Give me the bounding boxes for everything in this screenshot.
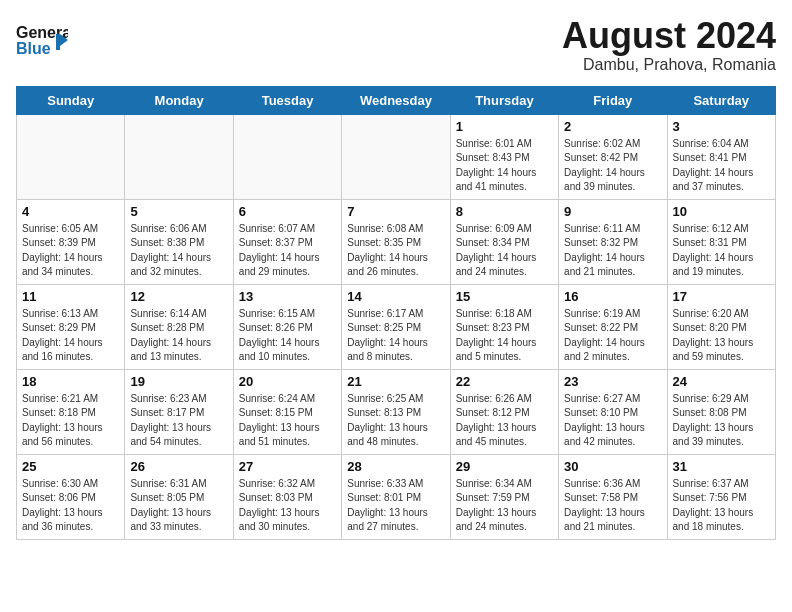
day-number: 22: [456, 374, 553, 389]
day-info: Sunrise: 6:13 AM Sunset: 8:29 PM Dayligh…: [22, 307, 119, 365]
day-number: 8: [456, 204, 553, 219]
calendar-cell: 3Sunrise: 6:04 AM Sunset: 8:41 PM Daylig…: [667, 114, 775, 199]
day-info: Sunrise: 6:27 AM Sunset: 8:10 PM Dayligh…: [564, 392, 661, 450]
calendar-cell: 20Sunrise: 6:24 AM Sunset: 8:15 PM Dayli…: [233, 369, 341, 454]
calendar-cell: 2Sunrise: 6:02 AM Sunset: 8:42 PM Daylig…: [559, 114, 667, 199]
day-number: 28: [347, 459, 444, 474]
day-info: Sunrise: 6:20 AM Sunset: 8:20 PM Dayligh…: [673, 307, 770, 365]
day-number: 1: [456, 119, 553, 134]
calendar-cell: 8Sunrise: 6:09 AM Sunset: 8:34 PM Daylig…: [450, 199, 558, 284]
day-info: Sunrise: 6:37 AM Sunset: 7:56 PM Dayligh…: [673, 477, 770, 535]
day-info: Sunrise: 6:19 AM Sunset: 8:22 PM Dayligh…: [564, 307, 661, 365]
calendar-week-row: 1Sunrise: 6:01 AM Sunset: 8:43 PM Daylig…: [17, 114, 776, 199]
calendar-cell: 13Sunrise: 6:15 AM Sunset: 8:26 PM Dayli…: [233, 284, 341, 369]
day-info: Sunrise: 6:29 AM Sunset: 8:08 PM Dayligh…: [673, 392, 770, 450]
day-info: Sunrise: 6:04 AM Sunset: 8:41 PM Dayligh…: [673, 137, 770, 195]
day-number: 4: [22, 204, 119, 219]
day-number: 25: [22, 459, 119, 474]
calendar-cell: 22Sunrise: 6:26 AM Sunset: 8:12 PM Dayli…: [450, 369, 558, 454]
calendar-week-row: 11Sunrise: 6:13 AM Sunset: 8:29 PM Dayli…: [17, 284, 776, 369]
calendar-cell: 19Sunrise: 6:23 AM Sunset: 8:17 PM Dayli…: [125, 369, 233, 454]
day-info: Sunrise: 6:05 AM Sunset: 8:39 PM Dayligh…: [22, 222, 119, 280]
day-info: Sunrise: 6:32 AM Sunset: 8:03 PM Dayligh…: [239, 477, 336, 535]
calendar-cell: 6Sunrise: 6:07 AM Sunset: 8:37 PM Daylig…: [233, 199, 341, 284]
day-info: Sunrise: 6:24 AM Sunset: 8:15 PM Dayligh…: [239, 392, 336, 450]
calendar-cell: 31Sunrise: 6:37 AM Sunset: 7:56 PM Dayli…: [667, 454, 775, 539]
calendar-table: SundayMondayTuesdayWednesdayThursdayFrid…: [16, 86, 776, 540]
calendar-cell: 15Sunrise: 6:18 AM Sunset: 8:23 PM Dayli…: [450, 284, 558, 369]
day-number: 16: [564, 289, 661, 304]
day-number: 21: [347, 374, 444, 389]
day-info: Sunrise: 6:21 AM Sunset: 8:18 PM Dayligh…: [22, 392, 119, 450]
day-number: 31: [673, 459, 770, 474]
calendar-cell: 30Sunrise: 6:36 AM Sunset: 7:58 PM Dayli…: [559, 454, 667, 539]
day-number: 11: [22, 289, 119, 304]
day-number: 24: [673, 374, 770, 389]
day-number: 20: [239, 374, 336, 389]
day-number: 13: [239, 289, 336, 304]
calendar-cell: 4Sunrise: 6:05 AM Sunset: 8:39 PM Daylig…: [17, 199, 125, 284]
calendar-cell: 25Sunrise: 6:30 AM Sunset: 8:06 PM Dayli…: [17, 454, 125, 539]
day-number: 23: [564, 374, 661, 389]
calendar-cell: 18Sunrise: 6:21 AM Sunset: 8:18 PM Dayli…: [17, 369, 125, 454]
day-info: Sunrise: 6:26 AM Sunset: 8:12 PM Dayligh…: [456, 392, 553, 450]
calendar-cell: [17, 114, 125, 199]
day-info: Sunrise: 6:08 AM Sunset: 8:35 PM Dayligh…: [347, 222, 444, 280]
day-info: Sunrise: 6:17 AM Sunset: 8:25 PM Dayligh…: [347, 307, 444, 365]
day-of-week-header: Thursday: [450, 86, 558, 114]
calendar-cell: 29Sunrise: 6:34 AM Sunset: 7:59 PM Dayli…: [450, 454, 558, 539]
day-number: 6: [239, 204, 336, 219]
day-info: Sunrise: 6:25 AM Sunset: 8:13 PM Dayligh…: [347, 392, 444, 450]
logo-icon: General Blue: [16, 18, 68, 62]
day-of-week-header: Monday: [125, 86, 233, 114]
calendar-cell: [342, 114, 450, 199]
calendar-cell: [125, 114, 233, 199]
day-number: 9: [564, 204, 661, 219]
calendar-cell: 24Sunrise: 6:29 AM Sunset: 8:08 PM Dayli…: [667, 369, 775, 454]
day-of-week-header: Sunday: [17, 86, 125, 114]
day-info: Sunrise: 6:14 AM Sunset: 8:28 PM Dayligh…: [130, 307, 227, 365]
logo: General Blue: [16, 16, 68, 62]
calendar-cell: 9Sunrise: 6:11 AM Sunset: 8:32 PM Daylig…: [559, 199, 667, 284]
day-info: Sunrise: 6:12 AM Sunset: 8:31 PM Dayligh…: [673, 222, 770, 280]
calendar-cell: 26Sunrise: 6:31 AM Sunset: 8:05 PM Dayli…: [125, 454, 233, 539]
calendar-title: August 2024: [562, 16, 776, 56]
day-info: Sunrise: 6:11 AM Sunset: 8:32 PM Dayligh…: [564, 222, 661, 280]
calendar-subtitle: Dambu, Prahova, Romania: [562, 56, 776, 74]
calendar-cell: 1Sunrise: 6:01 AM Sunset: 8:43 PM Daylig…: [450, 114, 558, 199]
day-info: Sunrise: 6:09 AM Sunset: 8:34 PM Dayligh…: [456, 222, 553, 280]
day-number: 7: [347, 204, 444, 219]
title-block: August 2024 Dambu, Prahova, Romania: [562, 16, 776, 74]
day-info: Sunrise: 6:36 AM Sunset: 7:58 PM Dayligh…: [564, 477, 661, 535]
day-number: 3: [673, 119, 770, 134]
page-header: General Blue August 2024 Dambu, Prahova,…: [16, 16, 776, 74]
day-info: Sunrise: 6:18 AM Sunset: 8:23 PM Dayligh…: [456, 307, 553, 365]
day-number: 14: [347, 289, 444, 304]
day-info: Sunrise: 6:30 AM Sunset: 8:06 PM Dayligh…: [22, 477, 119, 535]
svg-text:Blue: Blue: [16, 40, 51, 57]
calendar-cell: 16Sunrise: 6:19 AM Sunset: 8:22 PM Dayli…: [559, 284, 667, 369]
day-info: Sunrise: 6:02 AM Sunset: 8:42 PM Dayligh…: [564, 137, 661, 195]
day-number: 30: [564, 459, 661, 474]
day-info: Sunrise: 6:34 AM Sunset: 7:59 PM Dayligh…: [456, 477, 553, 535]
day-number: 5: [130, 204, 227, 219]
calendar-cell: 14Sunrise: 6:17 AM Sunset: 8:25 PM Dayli…: [342, 284, 450, 369]
day-number: 26: [130, 459, 227, 474]
calendar-week-row: 25Sunrise: 6:30 AM Sunset: 8:06 PM Dayli…: [17, 454, 776, 539]
day-number: 29: [456, 459, 553, 474]
calendar-cell: 11Sunrise: 6:13 AM Sunset: 8:29 PM Dayli…: [17, 284, 125, 369]
calendar-cell: 12Sunrise: 6:14 AM Sunset: 8:28 PM Dayli…: [125, 284, 233, 369]
calendar-cell: [233, 114, 341, 199]
day-of-week-header: Saturday: [667, 86, 775, 114]
day-info: Sunrise: 6:06 AM Sunset: 8:38 PM Dayligh…: [130, 222, 227, 280]
day-info: Sunrise: 6:01 AM Sunset: 8:43 PM Dayligh…: [456, 137, 553, 195]
calendar-cell: 10Sunrise: 6:12 AM Sunset: 8:31 PM Dayli…: [667, 199, 775, 284]
day-number: 27: [239, 459, 336, 474]
day-info: Sunrise: 6:33 AM Sunset: 8:01 PM Dayligh…: [347, 477, 444, 535]
calendar-header-row: SundayMondayTuesdayWednesdayThursdayFrid…: [17, 86, 776, 114]
day-info: Sunrise: 6:15 AM Sunset: 8:26 PM Dayligh…: [239, 307, 336, 365]
svg-rect-3: [56, 34, 60, 50]
day-number: 2: [564, 119, 661, 134]
day-number: 12: [130, 289, 227, 304]
calendar-week-row: 18Sunrise: 6:21 AM Sunset: 8:18 PM Dayli…: [17, 369, 776, 454]
